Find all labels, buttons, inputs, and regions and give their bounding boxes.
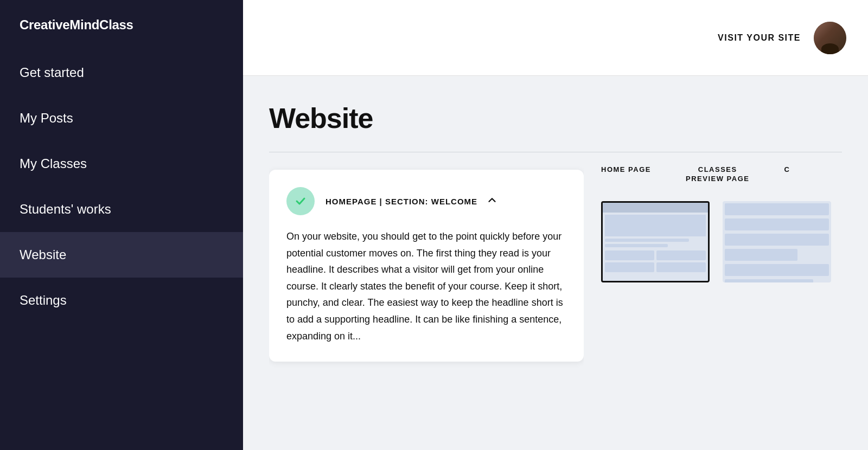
home-page-frame	[601, 201, 710, 282]
wf-row-1	[725, 203, 829, 215]
wf-row-6	[725, 279, 813, 282]
sidebar-item-get-started[interactable]: Get started	[0, 50, 243, 95]
avatar-image	[814, 22, 846, 54]
chevron-up-icon[interactable]	[486, 194, 498, 208]
wf-grid	[603, 248, 708, 274]
pages-header: HOME PAGE CLASSESPREVIEW PAGE C	[584, 152, 842, 192]
wf-row-5	[725, 264, 829, 276]
page-previews	[584, 192, 842, 450]
section-header: HOMEPAGE | Section: Welcome	[286, 187, 566, 215]
section-body-text: On your website, you should get to the p…	[286, 228, 566, 344]
wf-row-3	[725, 234, 829, 246]
page-title: Website	[269, 102, 842, 134]
sidebar: CreativeMindClass Get started My Posts M…	[0, 0, 243, 450]
right-panel: HOME PAGE CLASSESPREVIEW PAGE C	[584, 152, 842, 450]
wf-cell-3	[605, 262, 654, 272]
sidebar-item-my-posts[interactable]: My Posts	[0, 95, 243, 141]
classes-preview-page[interactable]	[723, 201, 831, 450]
wf-row-4	[725, 249, 797, 261]
wf-text-1	[605, 239, 689, 242]
visit-site-link[interactable]: VISIT YOUR SITE	[718, 33, 801, 43]
sidebar-item-my-classes[interactable]: My Classes	[0, 141, 243, 187]
classes-preview-frame	[723, 201, 831, 282]
wf-hero-block	[605, 215, 706, 236]
wf-header-bar	[603, 203, 708, 213]
page-content: Website HOMEPAGE | Section: Welcome	[243, 76, 868, 450]
sidebar-item-students-works[interactable]: Students' works	[0, 187, 243, 232]
wf-row-2	[725, 218, 829, 230]
checkmark-svg	[294, 195, 307, 208]
wf-cell-4	[656, 262, 706, 272]
wf-col2	[723, 201, 831, 282]
section-card: HOMEPAGE | Section: Welcome On your webs…	[269, 170, 584, 362]
section-label: HOMEPAGE | Section: Welcome	[326, 197, 477, 206]
wf-text-2	[605, 244, 668, 247]
tab-classes-preview[interactable]: CLASSESPREVIEW PAGE	[668, 152, 767, 192]
left-panel: HOMEPAGE | Section: Welcome On your webs…	[269, 152, 584, 450]
home-page-preview[interactable]	[601, 201, 710, 450]
sidebar-item-website[interactable]: Website	[0, 232, 243, 278]
section-title-row: HOMEPAGE | Section: Welcome	[326, 194, 566, 208]
sidebar-item-settings[interactable]: Settings	[0, 278, 243, 323]
wf-cell-2	[656, 250, 706, 260]
content-body: HOMEPAGE | Section: Welcome On your webs…	[269, 152, 842, 450]
main-area: VISIT YOUR SITE Website	[243, 0, 868, 450]
check-icon	[286, 187, 315, 215]
header: VISIT YOUR SITE	[243, 0, 868, 76]
avatar[interactable]	[814, 22, 846, 54]
app-logo: CreativeMindClass	[0, 0, 243, 50]
tab-home-page[interactable]: HOME PAGE	[584, 152, 668, 192]
tab-third[interactable]: C	[767, 152, 807, 192]
sidebar-nav: Get started My Posts My Classes Students…	[0, 50, 243, 450]
wf-cell-1	[605, 250, 654, 260]
